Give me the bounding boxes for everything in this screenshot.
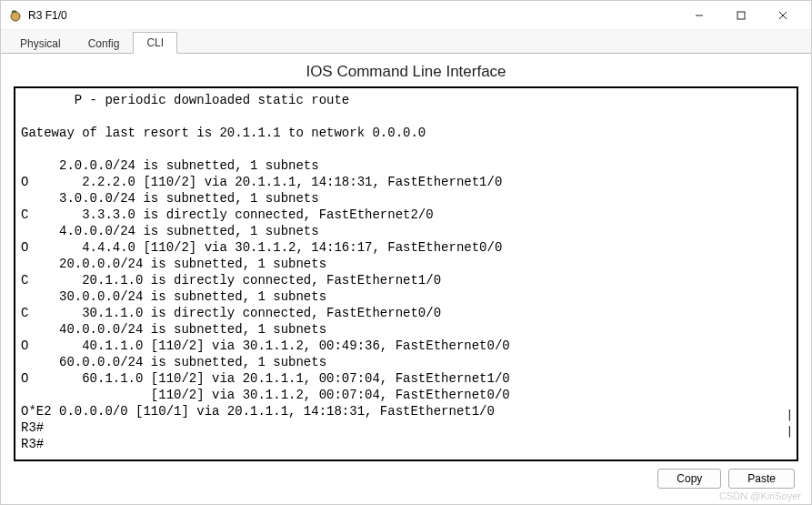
svg-point-0 [11, 12, 20, 21]
button-row: Copy Paste [14, 469, 798, 489]
terminal-output[interactable]: P - periodic downloaded static route Gat… [21, 92, 791, 452]
paste-button[interactable]: Paste [728, 469, 795, 489]
svg-rect-2 [737, 12, 745, 19]
minimize-button[interactable] [678, 1, 720, 30]
tab-bar: Physical Config CLI [1, 30, 811, 54]
app-icon [8, 8, 23, 23]
watermark: CSDN @KiriSoyer [719, 490, 801, 501]
copy-button[interactable]: Copy [657, 469, 721, 489]
content-area: IOS Command Line Interface P - periodic … [1, 54, 811, 498]
cli-heading: IOS Command Line Interface [14, 63, 798, 81]
tab-cli[interactable]: CLI [133, 32, 177, 54]
titlebar: R3 F1/0 [1, 1, 811, 30]
close-button[interactable] [762, 1, 804, 30]
maximize-button[interactable] [720, 1, 762, 30]
tab-config[interactable]: Config [75, 33, 134, 54]
terminal-container: P - periodic downloaded static route Gat… [14, 86, 798, 461]
window-title: R3 F1/0 [28, 9, 67, 22]
tab-physical[interactable]: Physical [6, 33, 75, 54]
